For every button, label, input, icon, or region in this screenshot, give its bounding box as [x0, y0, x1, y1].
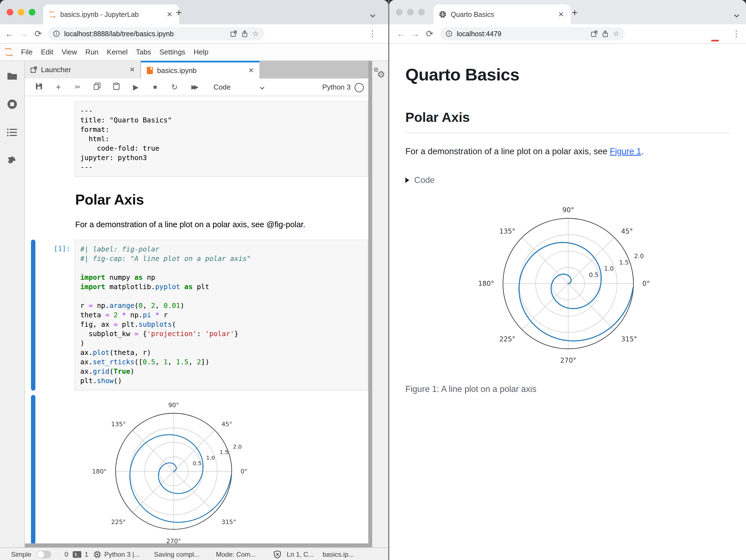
open-in-new-icon[interactable] — [230, 30, 237, 37]
svg-text:180°: 180° — [478, 280, 494, 288]
file-browser-icon[interactable] — [7, 72, 18, 80]
forward-icon[interactable]: → — [408, 29, 423, 39]
output-collapser[interactable] — [31, 395, 35, 543]
tab-notebook[interactable]: basics.ipynb ✕ — [141, 61, 259, 79]
raw-cell[interactable]: ---title: "Quarto Basics"format: html: c… — [25, 101, 368, 177]
new-tab-button[interactable]: + — [176, 8, 182, 18]
share-icon[interactable] — [602, 30, 609, 37]
menu-settings[interactable]: Settings — [159, 48, 185, 56]
tab-close-icon[interactable]: ✕ — [165, 10, 174, 19]
cursor-position[interactable]: Ln 1, C... — [287, 551, 314, 558]
svg-text:0°: 0° — [240, 468, 248, 475]
code-cell-editor[interactable]: #| label: fig-polar#| fig-cap: "A line p… — [75, 240, 368, 390]
browser-tab-title: basics.ipynb - JupyterLab — [60, 10, 161, 19]
paste-cells-icon[interactable] — [107, 83, 126, 92]
code-fold-toggle[interactable]: Code — [405, 175, 731, 185]
forward-icon[interactable]: → — [17, 29, 31, 39]
tab-search-chevron-icon[interactable] — [369, 10, 376, 20]
simple-mode-toggle[interactable] — [37, 551, 51, 558]
run-cell-icon[interactable]: ▶ — [126, 83, 145, 91]
menu-view[interactable]: View — [62, 48, 77, 56]
open-in-new-icon[interactable] — [591, 30, 598, 37]
maximize-window-button[interactable] — [418, 9, 425, 16]
menu-help[interactable]: Help — [194, 48, 208, 56]
extension-manager-icon[interactable] — [7, 155, 18, 166]
macos-window-controls[interactable] — [7, 9, 35, 16]
markdown-cell[interactable]: Polar Axis For a demonstration of a line… — [25, 177, 368, 229]
cut-cells-icon[interactable]: ✂ — [68, 83, 87, 91]
output-prompt — [35, 395, 75, 543]
trust-shield-icon[interactable] — [274, 550, 281, 559]
svg-text:45°: 45° — [621, 228, 633, 235]
right-browser-tabstrip: Quarto Basics ✕ + — [389, 0, 746, 24]
close-window-button[interactable] — [7, 9, 13, 16]
figure-1: 0°45°90°135°180°225°270°315°0.51.01.52.0 — [405, 201, 731, 369]
jupyter-favicon — [49, 11, 56, 18]
minimize-window-button[interactable] — [407, 9, 414, 16]
new-tab-button[interactable]: + — [572, 8, 578, 18]
stop-kernel-icon[interactable]: ■ — [145, 84, 165, 91]
save-icon[interactable] — [29, 83, 49, 92]
body-paragraph: For a demonstration of a line plot on a … — [405, 147, 731, 156]
kernel-name[interactable]: Python 3 — [322, 83, 351, 91]
kernel-status-icon[interactable] — [354, 83, 364, 92]
screen: basics.ipynb - JupyterLab ✕ + ← → ⟳ loca… — [0, 0, 746, 560]
site-info-icon[interactable] — [53, 30, 60, 37]
figure-link[interactable]: Figure 1 — [610, 147, 641, 156]
tab-close-icon[interactable]: ✕ — [557, 10, 565, 19]
code-fold-label: Code — [414, 175, 435, 185]
address-bar[interactable]: localhost:4479 ☆ — [440, 27, 625, 40]
restart-kernel-icon[interactable]: ↻ — [165, 83, 184, 92]
tab-close-icon[interactable]: ✕ — [130, 66, 135, 73]
table-of-contents-icon[interactable] — [7, 128, 18, 137]
cell-prompt — [35, 101, 75, 177]
tab-notebook-label: basics.ipynb — [157, 66, 197, 75]
browser-tab[interactable]: Quarto Basics ✕ — [434, 4, 571, 24]
menu-file[interactable]: File — [21, 48, 33, 56]
cell-collapser[interactable] — [31, 177, 35, 229]
jupyterlab-right-activity-bar: ⚙⚙ — [372, 61, 388, 547]
svg-text:270°: 270° — [560, 357, 576, 364]
copy-cells-icon[interactable] — [87, 83, 107, 92]
svg-text:90°: 90° — [563, 206, 574, 214]
menu-edit[interactable]: Edit — [41, 48, 53, 56]
jupyterlab-statusbar: Simple 0 $_ 1 Python 3 |... Saving compl… — [0, 547, 388, 560]
close-window-button[interactable] — [396, 9, 403, 16]
bookmark-star-icon[interactable]: ☆ — [253, 30, 259, 38]
maximize-window-button[interactable] — [29, 9, 35, 16]
share-icon[interactable] — [241, 30, 248, 37]
jupyterlab-dock-panel: Launcher ✕ basics.ipynb ✕ + ✂ — [25, 61, 372, 547]
add-cell-icon[interactable]: + — [49, 82, 68, 92]
menu-run[interactable]: Run — [85, 48, 99, 56]
bookmark-star-icon[interactable]: ☆ — [613, 30, 620, 38]
back-icon[interactable]: ← — [394, 29, 408, 39]
reload-icon[interactable]: ⟳ — [423, 28, 437, 39]
tab-search-chevron-icon[interactable] — [733, 10, 740, 20]
menu-tabs[interactable]: Tabs — [136, 48, 151, 56]
kernel-status-text[interactable]: Python 3 |... — [104, 551, 140, 558]
minimize-window-button[interactable] — [18, 9, 24, 16]
browser-tab[interactable]: basics.ipynb - JupyterLab ✕ — [43, 4, 179, 24]
cell-collapser[interactable] — [31, 101, 35, 177]
cell-type-select[interactable]: Code — [213, 83, 231, 91]
browser-menu-icon[interactable]: ⋮ — [732, 29, 741, 38]
raw-cell-editor[interactable]: ---title: "Quarto Basics"format: html: c… — [75, 101, 368, 177]
menu-kernel[interactable]: Kernel — [107, 48, 127, 56]
browser-menu-icon[interactable]: ⋮ — [368, 29, 377, 38]
address-bar[interactable]: localhost:8888/lab/tree/basics.ipynb ☆ — [48, 27, 264, 40]
macos-window-controls[interactable] — [396, 9, 425, 16]
site-info-icon[interactable] — [446, 30, 452, 37]
tab-launcher[interactable]: Launcher ✕ — [25, 61, 141, 79]
back-icon[interactable]: ← — [2, 29, 17, 39]
code-cell[interactable]: [1]: #| label: fig-polar#| fig-cap: "A l… — [25, 240, 368, 390]
running-kernels-icon[interactable] — [7, 99, 18, 110]
svg-text:1.5: 1.5 — [220, 449, 228, 455]
restart-run-all-icon[interactable]: ▶▶ — [184, 84, 203, 91]
tab-close-icon[interactable]: ✕ — [248, 67, 254, 75]
svg-text:1.0: 1.0 — [604, 265, 613, 272]
reload-icon[interactable]: ⟳ — [31, 28, 45, 39]
statusbar-filename: basics.ip... — [323, 551, 354, 558]
cell-type-chevron-icon[interactable] — [259, 82, 265, 92]
active-cell-collapser[interactable] — [31, 240, 35, 390]
notebook-content[interactable]: ---title: "Quarto Basics"format: html: c… — [25, 96, 368, 543]
